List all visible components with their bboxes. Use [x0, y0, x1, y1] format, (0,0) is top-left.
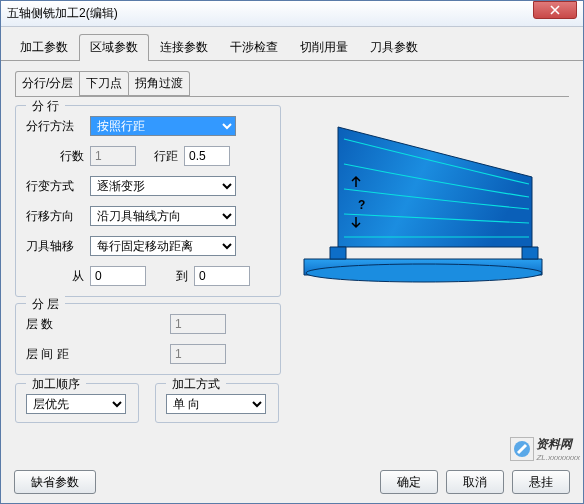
row-axisshift-label: 刀具轴移 — [26, 238, 84, 255]
mode-group: 加工方式 单 向 — [155, 383, 279, 423]
watermark-text: 资料网 — [536, 436, 580, 453]
row-from-label: 从 — [26, 268, 84, 285]
svg-text:?: ? — [358, 198, 365, 212]
row-pitch-input[interactable] — [184, 146, 230, 166]
row-count-input[interactable] — [90, 146, 136, 166]
titlebar: 五轴侧铣加工2(编辑) — [1, 1, 583, 27]
ok-button[interactable]: 确定 — [380, 470, 438, 494]
suspend-button[interactable]: 悬挂 — [512, 470, 570, 494]
row-axisshift-select[interactable]: 每行固定移动距离 — [90, 236, 236, 256]
watermark-sub: ZL.xxxxxxxx — [536, 453, 580, 462]
svg-point-4 — [306, 264, 542, 282]
order-legend: 加工顺序 — [26, 376, 86, 393]
row-deform-label: 行变方式 — [26, 178, 84, 195]
layers-group: 分 层 层 数 层 间 距 — [15, 303, 281, 375]
mode-legend: 加工方式 — [166, 376, 226, 393]
tab-machining-params[interactable]: 加工参数 — [9, 34, 79, 61]
layer-count-label: 层 数 — [26, 316, 84, 333]
sub-tabs: 分行/分层 下刀点 拐角过渡 — [15, 71, 569, 97]
watermark-logo-icon — [510, 437, 534, 461]
subtab-plunge-point[interactable]: 下刀点 — [80, 71, 129, 96]
layers-legend: 分 层 — [26, 296, 65, 313]
rows-legend: 分 行 — [26, 98, 65, 115]
tab-interference[interactable]: 干涉检查 — [219, 34, 289, 61]
main-tabs: 加工参数 区域参数 连接参数 干涉检查 切削用量 刀具参数 — [1, 27, 583, 61]
footer: 缺省参数 确定 取消 悬挂 — [14, 470, 570, 494]
watermark: 资料网 ZL.xxxxxxxx — [510, 436, 580, 462]
svg-marker-3 — [522, 247, 538, 259]
subtab-rows-layers[interactable]: 分行/分层 — [15, 71, 80, 96]
row-method-select[interactable]: 按照行距 — [90, 116, 236, 136]
row-from-input[interactable] — [90, 266, 146, 286]
content-area: 分行/分层 下刀点 拐角过渡 分 行 分行方法 按照行距 行数 行距 — [1, 61, 583, 439]
order-select[interactable]: 层优先 — [26, 394, 126, 414]
layer-gap-input[interactable] — [170, 344, 226, 364]
row-to-label: 到 — [152, 268, 188, 285]
preview-image: ? — [291, 105, 557, 333]
row-movedir-label: 行移方向 — [26, 208, 84, 225]
layer-count-input[interactable] — [170, 314, 226, 334]
tab-region-params[interactable]: 区域参数 — [79, 34, 149, 61]
row-pitch-label: 行距 — [142, 148, 178, 165]
subtab-corner-transition[interactable]: 拐角过渡 — [129, 71, 190, 96]
svg-marker-2 — [330, 247, 346, 259]
window-title: 五轴侧铣加工2(编辑) — [7, 5, 533, 22]
row-movedir-select[interactable]: 沿刀具轴线方向 — [90, 206, 236, 226]
row-to-input[interactable] — [194, 266, 250, 286]
row-method-label: 分行方法 — [26, 118, 84, 135]
row-count-label: 行数 — [26, 148, 84, 165]
tab-tool-params[interactable]: 刀具参数 — [359, 34, 429, 61]
mode-select[interactable]: 单 向 — [166, 394, 266, 414]
cancel-button[interactable]: 取消 — [446, 470, 504, 494]
dialog-window: 五轴侧铣加工2(编辑) 加工参数 区域参数 连接参数 干涉检查 切削用量 刀具参… — [0, 0, 584, 504]
close-icon — [550, 5, 560, 15]
order-group: 加工顺序 层优先 — [15, 383, 139, 423]
close-button[interactable] — [533, 1, 577, 19]
preview-svg: ? — [294, 109, 554, 329]
tab-link-params[interactable]: 连接参数 — [149, 34, 219, 61]
rows-group: 分 行 分行方法 按照行距 行数 行距 行变方式 逐渐变形 — [15, 105, 281, 297]
defaults-button[interactable]: 缺省参数 — [14, 470, 96, 494]
row-deform-select[interactable]: 逐渐变形 — [90, 176, 236, 196]
layer-gap-label: 层 间 距 — [26, 346, 84, 363]
tab-cutting[interactable]: 切削用量 — [289, 34, 359, 61]
